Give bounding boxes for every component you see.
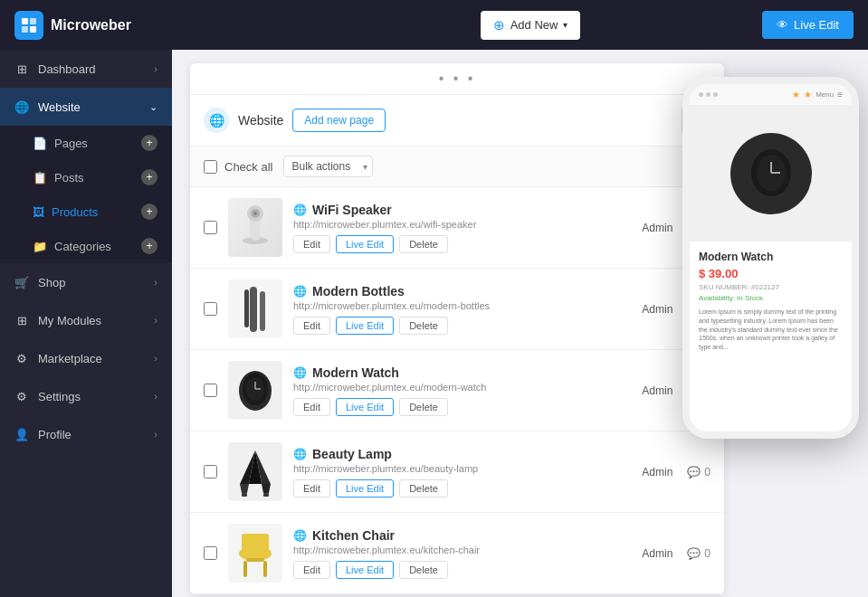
shop-icon: 🛒 [14,275,29,289]
live-edit-button[interactable]: Live Edit [336,235,394,253]
phone-nav-icon1: ★ [792,90,800,100]
phone-product-image-area [690,106,852,242]
sidebar-item-dashboard[interactable]: ⊞ Dashboard › [0,50,172,88]
product-image [228,361,282,420]
product-name: WiFi Speaker [312,203,392,217]
live-edit-button[interactable]: Live Edit [336,398,394,416]
svg-rect-28 [246,558,264,562]
marketplace-icon: ⚙ [14,351,29,365]
website-label: Website [238,113,283,128]
eye-icon: 👁 [777,18,788,32]
edit-button[interactable]: Edit [293,317,330,335]
live-edit-button[interactable]: 👁 Live Edit [762,11,854,39]
modules-icon: ⊞ [14,313,29,327]
add-new-page-button[interactable]: Add new page [292,109,386,132]
delete-button[interactable]: Delete [399,561,448,579]
comment-icon: 💬 [687,547,701,560]
chevron-right-icon: › [154,391,157,402]
phone-status-dots [699,92,718,97]
sidebar-item-categories[interactable]: 📁 Categories + [0,229,172,263]
svg-rect-22 [242,493,247,497]
chevron-right-icon: › [154,315,157,326]
svg-rect-3 [30,26,36,33]
sidebar-item-website[interactable]: 🌐 Website ⌄ [0,88,172,126]
delete-button[interactable]: Delete [399,317,448,335]
product-url: http://microweber.plumtex.eu/kitchen-cha… [293,545,631,555]
product-meta: Admin 💬 0 [642,547,711,560]
edit-button[interactable]: Edit [293,561,330,579]
row-checkbox[interactable] [204,384,217,397]
svg-point-8 [253,212,257,215]
phone-product-availability: Availability: In Stock [699,294,843,302]
product-actions: Edit Live Edit Delete [293,317,631,335]
phone-product-price: $ 39.00 [699,267,843,280]
svg-rect-11 [244,289,249,327]
website-icon: 🌐 [14,100,29,114]
row-checkbox[interactable] [204,302,217,316]
product-image [228,524,282,583]
phone-nav-area: ★ ★ Menu ≡ [792,90,843,100]
sidebar-item-pages[interactable]: 📄 Pages + [0,126,172,160]
live-edit-button[interactable]: Live Edit [336,561,394,579]
categories-icon: 📁 [33,240,47,253]
add-new-button[interactable]: ⊕ Add New ▾ [481,11,581,40]
sidebar-item-profile[interactable]: 👤 Profile › [0,415,172,453]
row-checkbox[interactable] [204,221,217,234]
chevron-right-icon: › [154,277,157,288]
sidebar-item-posts[interactable]: 📋 Posts + [0,160,172,194]
product-author: Admin [642,384,672,397]
edit-button[interactable]: Edit [293,235,330,253]
svg-rect-25 [242,534,269,554]
product-info: 🌐 WiFi Speaker http://microweber.plumtex… [293,203,631,253]
add-posts-button[interactable]: + [141,169,157,185]
chevron-right-icon: › [154,429,157,440]
edit-button[interactable]: Edit [293,479,330,498]
phone-product-name: Modern Watch [699,251,843,263]
add-products-button[interactable]: + [141,204,157,220]
add-categories-button[interactable]: + [141,238,157,254]
delete-button[interactable]: Delete [399,479,448,498]
add-icon: ⊕ [493,17,505,33]
svg-rect-0 [22,18,28,24]
phone-menu-label: Menu [816,90,834,99]
add-pages-button[interactable]: + [141,135,157,151]
row-checkbox[interactable] [204,546,217,560]
row-checkbox[interactable] [204,465,217,479]
live-edit-button[interactable]: Live Edit [336,317,394,335]
sidebar-item-shop[interactable]: 🛒 Shop › [0,263,172,301]
product-author: Admin [642,222,672,234]
delete-button[interactable]: Delete [399,235,448,253]
product-comments: 💬 0 [687,547,711,560]
product-name: Modern Watch [312,365,399,380]
delete-button[interactable]: Delete [399,398,448,416]
sidebar-item-label: Dashboard [38,62,96,76]
logo: Microweber [14,11,131,40]
sidebar-item-mymodules[interactable]: ⊞ My Modules › [0,301,172,339]
sidebar-item-label: Shop [38,276,65,289]
sidebar-item-settings[interactable]: ⚙ Settings › [0,377,172,415]
live-edit-button[interactable]: Live Edit [336,479,394,498]
content-panel: • • • 🌐 Website Add new page 🔍 Check all… [190,63,724,594]
product-actions: Edit Live Edit Delete [293,479,631,498]
phone-nav-icon2: ★ [804,90,812,100]
sidebar-item-marketplace[interactable]: ⚙ Marketplace › [0,339,172,377]
check-all-checkbox[interactable] [204,160,217,174]
product-url: http://microweber.plumtex.eu/beauty-lamp [293,463,631,474]
check-all-label[interactable]: Check all [204,160,272,174]
comment-icon: 💬 [687,466,701,479]
product-actions: Edit Live Edit Delete [293,398,631,416]
sidebar-item-products[interactable]: 🖼 Products + [0,194,172,229]
chevron-down-icon: ⌄ [149,101,157,113]
product-meta: Admin 💬 0 [642,466,711,479]
panel-header: 🌐 Website Add new page 🔍 [190,95,724,147]
svg-rect-1 [30,18,36,24]
profile-icon: 👤 [14,427,29,441]
chevron-right-icon: › [154,63,157,74]
posts-icon: 📋 [33,171,47,185]
product-author: Admin [642,547,672,560]
svg-rect-2 [22,26,28,33]
edit-button[interactable]: Edit [293,398,330,416]
bulk-actions-select[interactable]: Bulk actions Delete Publish [283,156,373,177]
phone-product-sku: SKU NUMBER: #022127 [699,283,843,291]
product-name: Kitchen Chair [312,528,395,543]
